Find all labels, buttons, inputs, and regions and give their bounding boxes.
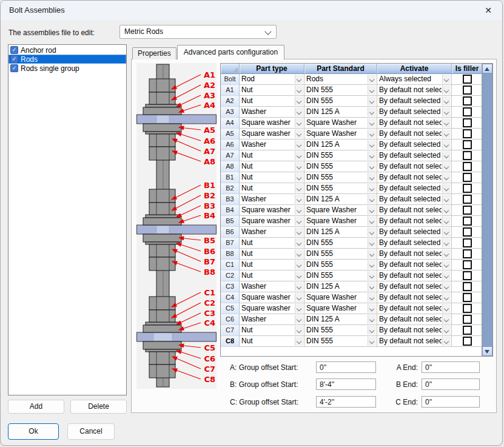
column-header[interactable]: Part type bbox=[240, 64, 304, 74]
part-standard-cell[interactable]: Square Washer bbox=[304, 205, 377, 216]
dropdown-arrow-icon[interactable] bbox=[442, 238, 451, 247]
part-type-cell[interactable]: Washer bbox=[240, 107, 304, 118]
part-type-cell[interactable]: Washer bbox=[240, 194, 304, 205]
part-standard-cell[interactable]: DIN 555 bbox=[304, 325, 377, 336]
dropdown-arrow-icon[interactable] bbox=[368, 238, 376, 247]
activate-cell[interactable]: By default not selected bbox=[377, 205, 452, 216]
is-filler-checkbox[interactable] bbox=[463, 282, 472, 291]
activate-cell[interactable]: By default not selected bbox=[377, 271, 452, 281]
row-header-cell[interactable]: C3 bbox=[221, 281, 240, 292]
dropdown-arrow-icon[interactable] bbox=[295, 227, 303, 237]
dropdown-arrow-icon[interactable] bbox=[368, 282, 376, 291]
part-type-cell[interactable]: Nut bbox=[240, 183, 304, 194]
dropdown-arrow-icon[interactable] bbox=[368, 75, 376, 84]
dropdown-arrow-icon[interactable] bbox=[368, 184, 376, 193]
is-filler-checkbox[interactable] bbox=[463, 151, 472, 160]
dropdown-arrow-icon[interactable] bbox=[368, 271, 376, 280]
dropdown-arrow-icon[interactable] bbox=[442, 271, 451, 280]
part-standard-cell[interactable]: DIN 555 bbox=[304, 238, 377, 249]
activate-cell[interactable]: By default selected bbox=[377, 107, 452, 118]
activate-cell[interactable]: By default not selected bbox=[377, 314, 452, 325]
dropdown-arrow-icon[interactable] bbox=[368, 107, 376, 116]
dropdown-arrow-icon[interactable] bbox=[368, 162, 376, 171]
part-type-cell[interactable]: Square washer bbox=[240, 216, 304, 227]
column-header[interactable]: Is filler bbox=[452, 64, 482, 74]
row-header-cell[interactable]: A7 bbox=[221, 150, 240, 161]
dropdown-arrow-icon[interactable] bbox=[295, 326, 303, 335]
dropdown-arrow-icon[interactable] bbox=[442, 118, 451, 127]
offset-end-input[interactable] bbox=[422, 361, 480, 373]
is-filler-checkbox[interactable] bbox=[463, 162, 472, 171]
assembly-list-item[interactable]: ✓Anchor rod bbox=[8, 45, 126, 55]
is-filler-checkbox[interactable] bbox=[463, 293, 472, 302]
dropdown-arrow-icon[interactable] bbox=[295, 293, 303, 302]
row-header-cell[interactable]: A3 bbox=[221, 107, 240, 118]
dropdown-arrow-icon[interactable] bbox=[295, 86, 303, 95]
corner-header-cell[interactable] bbox=[221, 64, 240, 74]
dropdown-arrow-icon[interactable] bbox=[442, 315, 451, 324]
dropdown-arrow-icon[interactable] bbox=[368, 129, 376, 138]
dropdown-arrow-icon[interactable] bbox=[442, 184, 451, 193]
part-standard-cell[interactable]: DIN 125 A bbox=[304, 314, 377, 325]
row-header-cell[interactable]: B4 bbox=[221, 205, 240, 216]
dropdown-arrow-icon[interactable] bbox=[295, 206, 303, 215]
is-filler-checkbox[interactable] bbox=[463, 140, 472, 149]
row-header-cell[interactable]: B8 bbox=[221, 249, 240, 260]
dropdown-arrow-icon[interactable] bbox=[295, 315, 303, 324]
is-filler-checkbox[interactable] bbox=[463, 206, 472, 215]
row-header-cell[interactable]: B5 bbox=[221, 216, 240, 227]
ok-button[interactable]: Ok bbox=[8, 423, 59, 440]
dropdown-arrow-icon[interactable] bbox=[442, 107, 451, 116]
dropdown-arrow-icon[interactable] bbox=[295, 238, 303, 247]
part-standard-cell[interactable]: DIN 125 A bbox=[304, 194, 377, 205]
cancel-button[interactable]: Cancel bbox=[67, 423, 115, 440]
row-header-cell[interactable]: B1 bbox=[221, 172, 240, 183]
dropdown-arrow-icon[interactable] bbox=[442, 249, 451, 258]
dropdown-arrow-icon[interactable] bbox=[442, 75, 451, 84]
activate-cell[interactable]: By default selected bbox=[377, 227, 452, 238]
dropdown-arrow-icon[interactable] bbox=[295, 271, 303, 280]
dropdown-arrow-icon[interactable] bbox=[442, 173, 451, 182]
part-standard-cell[interactable]: DIN 555 bbox=[304, 172, 377, 183]
dropdown-arrow-icon[interactable] bbox=[442, 86, 451, 95]
part-standard-cell[interactable]: Square Washer bbox=[304, 216, 377, 227]
dropdown-arrow-icon[interactable] bbox=[295, 96, 303, 106]
is-filler-checkbox[interactable] bbox=[463, 337, 472, 346]
dropdown-arrow-icon[interactable] bbox=[442, 293, 451, 302]
is-filler-checkbox[interactable] bbox=[463, 326, 472, 335]
dropdown-arrow-icon[interactable] bbox=[295, 140, 303, 149]
part-type-cell[interactable]: Nut bbox=[240, 271, 304, 281]
dropdown-arrow-icon[interactable] bbox=[368, 293, 376, 302]
column-header[interactable]: Part Standard bbox=[304, 64, 377, 74]
dropdown-arrow-icon[interactable] bbox=[368, 195, 376, 204]
part-standard-cell[interactable]: DIN 125 A bbox=[304, 281, 377, 292]
part-type-cell[interactable]: Washer bbox=[240, 139, 304, 150]
row-header-cell[interactable]: C8 bbox=[221, 336, 240, 347]
part-standard-cell[interactable]: DIN 555 bbox=[304, 150, 377, 161]
row-header-cell[interactable]: B3 bbox=[221, 194, 240, 205]
dropdown-arrow-icon[interactable] bbox=[442, 195, 451, 204]
dropdown-arrow-icon[interactable] bbox=[295, 129, 303, 138]
part-standard-cell[interactable]: DIN 555 bbox=[304, 336, 377, 347]
activate-cell[interactable]: By default not selected bbox=[377, 172, 452, 183]
is-filler-checkbox[interactable] bbox=[463, 107, 472, 116]
dropdown-arrow-icon[interactable] bbox=[368, 249, 376, 258]
activate-cell[interactable]: By default not selected bbox=[377, 118, 452, 129]
part-type-cell[interactable]: Square washer bbox=[240, 292, 304, 303]
row-header-cell[interactable]: A2 bbox=[221, 96, 240, 107]
dropdown-arrow-icon[interactable] bbox=[368, 173, 376, 182]
offset-end-input[interactable] bbox=[422, 378, 480, 390]
dropdown-arrow-icon[interactable] bbox=[295, 260, 303, 269]
tab-properties[interactable]: Properties bbox=[132, 47, 176, 59]
part-type-cell[interactable]: Washer bbox=[240, 281, 304, 292]
dropdown-arrow-icon[interactable] bbox=[295, 217, 303, 226]
activate-cell[interactable]: By default not selected bbox=[377, 85, 452, 96]
row-header-cell[interactable]: C5 bbox=[221, 303, 240, 314]
activate-cell[interactable]: By default not selected bbox=[377, 216, 452, 227]
offset-start-input[interactable] bbox=[316, 396, 376, 408]
dropdown-arrow-icon[interactable] bbox=[368, 96, 376, 106]
is-filler-checkbox[interactable] bbox=[463, 271, 472, 280]
row-header-cell[interactable]: A4 bbox=[221, 118, 240, 129]
activate-cell[interactable]: By default not selected bbox=[377, 260, 452, 271]
row-header-cell[interactable]: B6 bbox=[221, 227, 240, 238]
